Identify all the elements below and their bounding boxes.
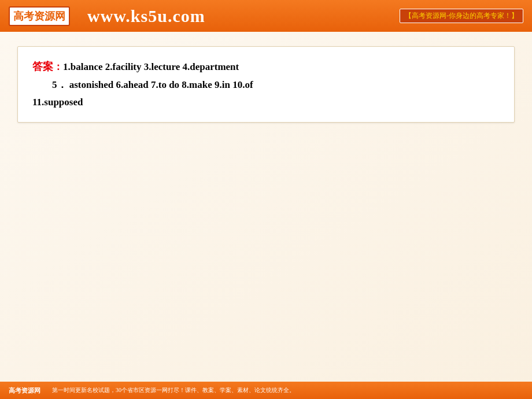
answer-label: 答案 xyxy=(32,61,53,72)
answer-line1: 1.balance 2.facility 3.lecture 4.departm… xyxy=(63,61,239,72)
slogan-pre: 【高考资源网-你身边的 xyxy=(405,12,476,20)
answer-colon: ： xyxy=(53,61,63,72)
logo-text: 高考资源网 xyxy=(13,9,65,23)
slogan-post: ！】 xyxy=(504,12,518,20)
header-slogan: 【高考资源网-你身边的高考专家！】 xyxy=(400,9,523,23)
logo-box: 高考资源网 xyxy=(9,6,70,26)
main-area: 答案：1.balance 2.facility 3.lecture 4.depa… xyxy=(0,32,532,382)
slogan-highlight: 高考专家 xyxy=(476,12,504,20)
answer-content: 答案：1.balance 2.facility 3.lecture 4.depa… xyxy=(32,57,500,112)
header: 高考资源网 www.ks5u.com 【高考资源网-你身边的高考专家！】 xyxy=(0,0,532,32)
answer-line2: 5． astonished 6.ahead 7.to do 8.make 9.i… xyxy=(52,79,253,90)
footer: 高考资源网 第一时间更新名校试题，30个省市区资源一网打尽！课件、教案、学案、素… xyxy=(0,382,532,399)
header-url: www.ks5u.com xyxy=(87,6,205,26)
footer-logo: 高考资源网 xyxy=(9,386,40,395)
answer-line3: 11.supposed xyxy=(32,97,83,108)
footer-text: 第一时间更新名校试题，30个省市区资源一网打尽！课件、教案、学案、素材、论文统统… xyxy=(52,386,295,394)
content-box: 答案：1.balance 2.facility 3.lecture 4.depa… xyxy=(17,46,515,123)
